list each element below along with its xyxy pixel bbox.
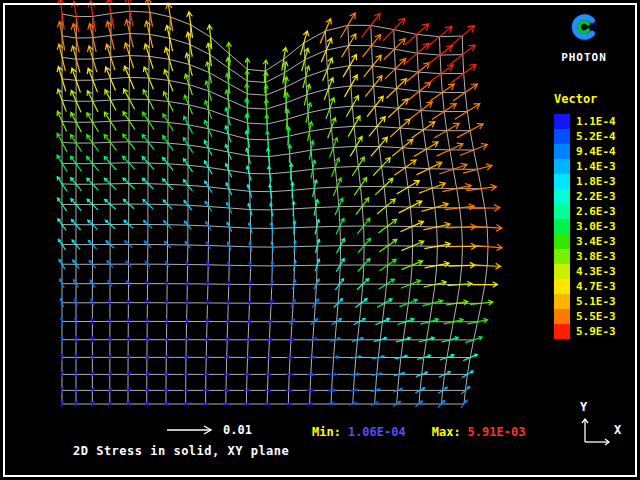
- scale-bar: 0.01: [165, 423, 252, 437]
- legend-swatch: [554, 189, 570, 204]
- legend-swatch: [554, 234, 570, 249]
- legend-swatch: [554, 294, 570, 309]
- legend-value: 1.8E-3: [576, 174, 616, 189]
- legend-swatch: [554, 174, 570, 189]
- vector-legend: Vector 1.1E-45.2E-49.4E-41.4E-31.8E-32.2…: [554, 92, 616, 339]
- scale-arrow-icon: [165, 424, 215, 436]
- max-value: 5.91E-03: [468, 425, 526, 439]
- legend-swatch: [554, 159, 570, 174]
- photon-logo-icon: [567, 10, 601, 44]
- legend-entry: 5.9E-3: [554, 324, 616, 339]
- legend-entry: 5.2E-4: [554, 129, 616, 144]
- legend-value: 2.6E-3: [576, 204, 616, 219]
- legend-swatch: [554, 204, 570, 219]
- legend-entry: 1.8E-3: [554, 174, 616, 189]
- scale-label: 0.01: [223, 423, 252, 437]
- legend-entry: 5.5E-3: [554, 309, 616, 324]
- legend-entry: 1.4E-3: [554, 159, 616, 174]
- legend-value: 1.1E-4: [576, 114, 616, 129]
- legend-value: 3.8E-3: [576, 249, 616, 264]
- legend-value: 3.0E-3: [576, 219, 616, 234]
- min-label: Min:: [312, 425, 341, 439]
- brand-name: PHOTON: [548, 51, 620, 64]
- legend-entry: 2.6E-3: [554, 204, 616, 219]
- legend-entry: 3.0E-3: [554, 219, 616, 234]
- legend-swatch: [554, 309, 570, 324]
- legend-entry: 1.1E-4: [554, 114, 616, 129]
- legend-swatch: [554, 114, 570, 129]
- legend-value: 9.4E-4: [576, 144, 616, 159]
- legend-swatch: [554, 264, 570, 279]
- legend-swatch: [554, 219, 570, 234]
- legend-value: 2.2E-3: [576, 189, 616, 204]
- legend-swatch: [554, 144, 570, 159]
- legend-entry: 9.4E-4: [554, 144, 616, 159]
- plot-title: 2D Stress in solid, XY plane: [73, 444, 289, 458]
- vector-plot: [0, 0, 640, 480]
- axis-x-label: X: [614, 423, 621, 437]
- legend-rows: 1.1E-45.2E-49.4E-41.4E-31.8E-32.2E-32.6E…: [554, 114, 616, 339]
- legend-swatch: [554, 129, 570, 144]
- legend-value: 4.3E-3: [576, 264, 616, 279]
- legend-swatch: [554, 249, 570, 264]
- axis-triad: Y X: [576, 400, 636, 452]
- photon-viewport: PHOTON Vector 1.1E-45.2E-49.4E-41.4E-31.…: [0, 0, 640, 480]
- legend-value: 5.2E-4: [576, 129, 616, 144]
- legend-entry: 5.1E-3: [554, 294, 616, 309]
- legend-value: 4.7E-3: [576, 279, 616, 294]
- axis-y-label: Y: [580, 400, 587, 414]
- legend-value: 3.4E-3: [576, 234, 616, 249]
- legend-entry: 2.2E-3: [554, 189, 616, 204]
- minmax-readout: Min:1.06E-04Max:5.91E-03: [312, 425, 525, 439]
- legend-swatch: [554, 279, 570, 294]
- brand-block: PHOTON: [548, 10, 620, 64]
- legend-entry: 4.7E-3: [554, 279, 616, 294]
- legend-value: 1.4E-3: [576, 159, 616, 174]
- min-value: 1.06E-04: [348, 425, 406, 439]
- legend-swatch: [554, 324, 570, 339]
- legend-entry: 4.3E-3: [554, 264, 616, 279]
- legend-value: 5.9E-3: [576, 324, 616, 339]
- legend-title: Vector: [554, 92, 616, 106]
- legend-entry: 3.8E-3: [554, 249, 616, 264]
- legend-entry: 3.4E-3: [554, 234, 616, 249]
- legend-value: 5.5E-3: [576, 309, 616, 324]
- max-label: Max:: [432, 425, 461, 439]
- legend-value: 5.1E-3: [576, 294, 616, 309]
